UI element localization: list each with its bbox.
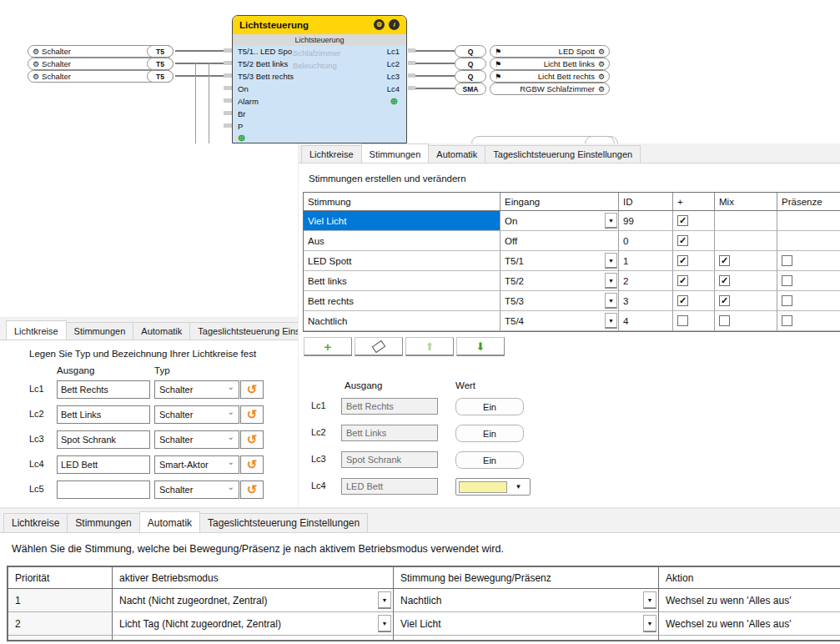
block-input[interactable]: T5/2 Bett links <box>238 59 288 68</box>
dropdown-arrow-button[interactable]: ▼ <box>605 313 617 329</box>
block-input[interactable]: P <box>238 122 243 131</box>
cell-stimmung[interactable]: Bett rechts <box>304 291 500 311</box>
cell-plus[interactable]: ✓ <box>673 271 715 291</box>
gear-icon[interactable]: ⚙ <box>598 60 605 68</box>
tab-automatik[interactable]: Automatik <box>428 145 485 163</box>
tab-stimmungen[interactable]: Stimmungen <box>361 143 430 163</box>
cell-plus[interactable]: ✓ <box>673 291 715 311</box>
cell-eingang[interactable]: T5/4▼ <box>500 311 619 331</box>
wert-button[interactable]: Ein <box>455 398 524 415</box>
tab-lichtkreise[interactable]: Lichtkreise <box>6 320 67 340</box>
cell-mix[interactable] <box>715 311 777 331</box>
cell-id[interactable]: 99 <box>619 211 673 231</box>
cell-betriebsmodus[interactable]: Licht Tag (Nicht zugeordnet, Zentral)▼ <box>113 612 394 636</box>
checkbox[interactable]: ✓ <box>719 275 730 286</box>
cell-plus[interactable]: ✓ <box>673 231 715 251</box>
cell-praesenz[interactable] <box>777 271 840 291</box>
source-port-t5-3[interactable]: T5 <box>147 70 174 83</box>
cell-stimmung[interactable]: Viel Licht▼ <box>394 612 659 636</box>
dropdown-arrow-button[interactable]: ▼ <box>378 591 391 609</box>
sink-port-q2[interactable]: Q <box>455 58 486 70</box>
sink-block-licht-bett-rechts[interactable]: ⚑ Licht Bett rechts ⚙ <box>490 70 610 83</box>
block-input[interactable]: Br <box>238 109 246 118</box>
typ-select[interactable]: Schalter⌄ <box>154 480 239 499</box>
sink-block-led-spott[interactable]: ⚑ LED Spott ⚙ <box>490 45 610 58</box>
typ-select[interactable]: Smart-Aktor⌄ <box>154 455 239 474</box>
function-block-lichtsteuerung[interactable]: Lichtsteuerung ⚙ i Lichtsteuerung T5/1..… <box>232 15 407 143</box>
dropdown-arrow-button[interactable]: ▼ <box>605 253 617 269</box>
gear-icon[interactable]: ⚙ <box>598 73 605 81</box>
column-header[interactable]: Aktion <box>659 567 840 589</box>
cell-stimmung[interactable]: LED Spott <box>304 251 500 271</box>
column-header[interactable]: aktiver Betriebsmodus <box>113 567 394 589</box>
undo-button[interactable]: ↺ <box>240 455 264 474</box>
cell-prioritaet[interactable]: 2 <box>8 612 113 636</box>
undo-button[interactable]: ↺ <box>240 430 264 449</box>
checkbox[interactable] <box>782 315 792 326</box>
undo-button[interactable]: ↺ <box>240 405 264 424</box>
checkbox[interactable]: ✓ <box>719 255 730 266</box>
cell-plus[interactable]: ✓ <box>673 211 715 231</box>
checkbox[interactable]: ✓ <box>677 215 688 226</box>
tab-tageslichtsteuerung[interactable]: Tageslichtsteuerung Einstellungen <box>189 322 298 340</box>
cell-mix[interactable]: ✓ <box>715 251 777 271</box>
cell-id[interactable]: 3 <box>619 291 673 311</box>
ausgang-name-input[interactable] <box>57 480 150 499</box>
cell-id[interactable]: 2 <box>619 271 673 291</box>
block-input[interactable]: T5/1.. LED Spo <box>238 47 292 56</box>
checkbox[interactable]: ✓ <box>677 275 688 286</box>
cell-stimmung[interactable]: Viel Licht <box>304 211 500 231</box>
dropdown-arrow-button[interactable]: ▼ <box>643 615 656 632</box>
column-header[interactable]: Mix <box>715 193 777 211</box>
color-picker-dropdown[interactable]: ▼ <box>455 478 531 496</box>
cell-plus[interactable] <box>673 311 715 331</box>
undo-button[interactable]: ↺ <box>240 380 264 399</box>
tab-stimmungen[interactable]: Stimmungen <box>66 322 134 340</box>
wert-button[interactable]: Ein <box>455 451 524 469</box>
undo-button[interactable]: ↺ <box>240 480 264 499</box>
block-input[interactable]: On <box>238 84 249 93</box>
dropdown-arrow-button[interactable]: ▼ <box>605 273 617 289</box>
dropdown-arrow-button[interactable]: ▼ <box>643 591 656 609</box>
cell-mix[interactable]: ✓ <box>715 291 777 311</box>
typ-select[interactable]: Schalter⌄ <box>154 430 239 449</box>
column-header[interactable]: Stimmung bei Bewegung/Präsenz <box>394 567 659 589</box>
block-output[interactable]: Lc1 <box>387 47 400 56</box>
cell-eingang[interactable]: T5/3▼ <box>500 291 619 311</box>
block-output[interactable]: Lc3 <box>387 72 400 81</box>
tab-lichtkreise[interactable]: Lichtkreise <box>3 513 68 532</box>
sink-port-q3[interactable]: Q <box>455 70 486 83</box>
block-input[interactable]: T5/3 Bett rechts <box>238 72 294 81</box>
cell-eingang[interactable]: T5/2▼ <box>500 271 619 291</box>
tab-tageslichtsteuerung[interactable]: Tageslichtsteuerung Einstellungen <box>485 145 641 163</box>
checkbox[interactable] <box>719 315 730 326</box>
cell-stimmung[interactable]: Nachtlich▼ <box>394 589 659 612</box>
block-info-icon[interactable]: i <box>389 19 400 30</box>
cell-aktion[interactable]: Wechsel zu wenn 'Alles aus' <box>659 589 840 612</box>
source-port-t5-1[interactable]: T5 <box>147 45 174 58</box>
sink-block-licht-bett-links[interactable]: ⚑ Licht Bett links ⚙ <box>490 58 610 70</box>
cell-stimmung[interactable]: Bett links <box>304 271 500 291</box>
add-input-icon[interactable]: ⊕ <box>238 133 245 143</box>
cell-praesenz[interactable] <box>777 291 840 311</box>
sink-port-q1[interactable]: Q <box>455 45 486 58</box>
source-port-t5-2[interactable]: T5 <box>147 58 174 70</box>
cell-eingang[interactable]: Off <box>500 231 619 251</box>
block-gear-icon[interactable]: ⚙ <box>374 19 385 30</box>
cell-id[interactable]: 4 <box>619 311 673 331</box>
checkbox[interactable]: ✓ <box>677 295 688 306</box>
cell-praesenz[interactable] <box>777 251 840 271</box>
cell-id[interactable]: 1 <box>619 251 673 271</box>
cell-stimmung[interactable]: Aus <box>304 231 500 251</box>
add-row-button[interactable]: + <box>304 337 352 356</box>
cell-plus[interactable]: ✓ <box>673 251 715 271</box>
checkbox[interactable]: ✓ <box>719 295 730 306</box>
block-output[interactable]: Lc2 <box>387 59 400 68</box>
typ-select[interactable]: Schalter⌄ <box>154 405 239 424</box>
checkbox[interactable]: ✓ <box>677 235 688 246</box>
dropdown-arrow-button[interactable]: ▼ <box>605 293 617 309</box>
gear-icon[interactable]: ⚙ <box>598 85 605 93</box>
tab-stimmungen[interactable]: Stimmungen <box>67 513 139 532</box>
wert-button[interactable]: Ein <box>455 425 524 442</box>
ausgang-name-input[interactable] <box>57 455 150 474</box>
